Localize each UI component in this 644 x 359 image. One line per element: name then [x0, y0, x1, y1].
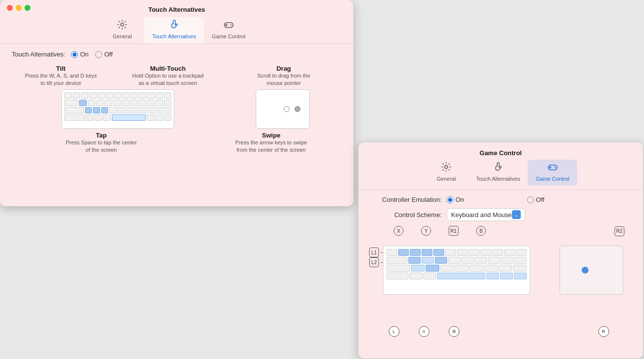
ck — [475, 257, 487, 264]
gc-touch-icon — [493, 162, 504, 175]
key — [122, 100, 129, 106]
gc-tab-general[interactable]: General — [424, 160, 468, 186]
ck — [513, 265, 527, 272]
key-w — [79, 100, 86, 106]
close-button[interactable] — [7, 5, 13, 11]
ck — [455, 265, 468, 272]
ck — [440, 265, 454, 272]
touch-icon — [169, 19, 180, 32]
tilt-label: Tilt Press the W, A, S, and D keysto til… — [12, 65, 110, 87]
ck — [481, 249, 491, 256]
bottom-labels: Tap Press Space to tap the centerof the … — [12, 132, 342, 154]
swipe-label: Swipe Press the arrow keys to swipefrom … — [186, 132, 342, 154]
btn-x: X — [394, 226, 403, 236]
ck — [445, 249, 456, 256]
toggle-label: Touch Alternatives: — [12, 51, 65, 58]
mini-keyboard — [61, 89, 174, 129]
controller-emulation-row: Controller Emulation: On Off — [368, 196, 633, 203]
gc-tab-touch[interactable]: Touch Alternatives — [468, 160, 528, 186]
ck — [499, 265, 512, 272]
multitouch-label: Multi-Touch Hold Option to use a trackpa… — [110, 65, 226, 87]
key — [114, 92, 122, 99]
drag-desc: Scroll to drag from themouse pointer — [226, 72, 342, 87]
key — [86, 114, 93, 121]
traffic-lights — [7, 5, 30, 11]
radio-on[interactable]: On — [71, 51, 88, 58]
ck-lightblue — [422, 257, 434, 264]
ck-blue — [435, 257, 447, 264]
key — [98, 92, 105, 99]
ta-content: Touch Alternatives: On Off Tilt Press th… — [0, 44, 353, 161]
key — [164, 100, 171, 106]
tab-touch-alternatives[interactable]: Touch Alternatives — [144, 17, 204, 43]
drag-label: Drag Scroll to drag from themouse pointe… — [226, 65, 342, 87]
key — [131, 92, 138, 99]
gc-tab-game[interactable]: Game Control — [528, 160, 577, 186]
touch-alternatives-window: Touch Alternatives General Touch Alterna… — [0, 0, 353, 206]
mouse-pointer-dot — [582, 267, 589, 274]
key — [64, 114, 85, 121]
key — [126, 107, 133, 113]
key — [147, 114, 154, 121]
gc-content: Controller Emulation: On Off Control Sch… — [358, 190, 643, 340]
titlebar: Touch Alternatives — [0, 0, 353, 13]
ctrl-keyboard — [383, 246, 530, 295]
control-scheme-row: Control Scheme: Keyboard and Mouse ⌄ — [368, 208, 633, 221]
svg-point-6 — [445, 166, 448, 168]
btn-r: R — [598, 326, 609, 337]
ck-blue — [422, 249, 432, 256]
btn-y: Y — [421, 226, 431, 236]
radio-off[interactable]: Off — [95, 51, 112, 58]
tab-game-control[interactable]: Game Control — [204, 17, 253, 43]
radio-on-label: On — [80, 51, 88, 58]
btn-a-container: A — [424, 326, 424, 334]
ck-space — [437, 273, 485, 279]
gc-tab-touch-label: Touch Alternatives — [476, 176, 520, 182]
feature-labels: Tilt Press the W, A, S, and D keysto til… — [12, 65, 342, 87]
trackpad-dots — [284, 106, 300, 112]
key — [158, 107, 171, 113]
key — [147, 92, 155, 99]
key — [156, 100, 163, 106]
control-scheme-value: Keyboard and Mouse — [451, 211, 512, 219]
controller-emulation-options: On Off — [447, 196, 601, 203]
btn-l1: L1 — [369, 248, 379, 257]
btn-b: B — [476, 226, 486, 236]
controller-diagram: X Y R1 B R2 L1 L2 — [368, 226, 633, 334]
general-icon — [117, 19, 128, 32]
key-d — [101, 107, 108, 113]
key — [164, 114, 171, 121]
radio-group: On Off — [71, 51, 112, 58]
btn-r1: R1 — [449, 226, 458, 236]
ce-radio-on[interactable]: On — [447, 196, 520, 203]
btn-r-container: R — [603, 326, 604, 334]
minimize-button[interactable] — [16, 5, 22, 11]
control-scheme-select[interactable]: Keyboard and Mouse ⌄ — [447, 208, 525, 221]
maximize-button[interactable] — [25, 5, 30, 11]
controller-emulation-label: Controller Emulation: — [368, 196, 442, 203]
tab-general-label: General — [113, 33, 132, 39]
svg-point-4 — [230, 24, 231, 25]
key — [164, 92, 171, 99]
ck — [386, 249, 397, 256]
gc-window-title: Game Control — [358, 142, 643, 160]
ck — [386, 265, 410, 272]
btn-l-container: L — [394, 326, 394, 334]
ck-blue — [398, 249, 409, 256]
svg-point-5 — [231, 25, 232, 26]
toggle-row: Touch Alternatives: On Off — [12, 51, 342, 58]
ctrl-mouse-pad — [560, 246, 623, 295]
tab-game-label: Game Control — [212, 33, 245, 39]
ck — [461, 257, 474, 264]
radio-off-label: Off — [104, 51, 112, 58]
key — [142, 107, 149, 113]
ck — [488, 257, 500, 264]
ck-blue — [426, 265, 439, 272]
radio-on-circle — [71, 51, 78, 58]
btn-l2: L2 — [369, 257, 379, 267]
tab-touch-label: Touch Alternatives — [152, 33, 196, 39]
ck — [504, 249, 515, 256]
ce-radio-off[interactable]: Off — [527, 196, 601, 203]
ck — [492, 249, 503, 256]
tab-general[interactable]: General — [100, 17, 144, 43]
